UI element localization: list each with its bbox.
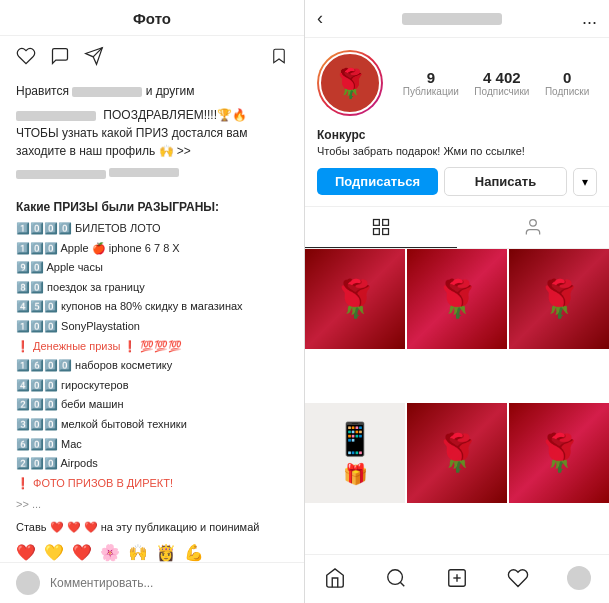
tab-tagged[interactable] (457, 207, 609, 248)
like-icon[interactable] (16, 46, 36, 66)
followers-label: Подписчики (474, 86, 529, 97)
followers-count: 4 402 (483, 69, 521, 86)
stav-line: Ставь ❤️ ❤️ ❤️ на эту публикацию и поини… (16, 519, 288, 536)
more-options-button[interactable]: ... (582, 8, 597, 29)
likes-suffix: и другим (146, 84, 195, 98)
bottom-nav (305, 554, 609, 603)
prize-item-3: 9️⃣0️⃣ Apple часы (16, 259, 288, 277)
grid-item-2[interactable]: 🌹 (407, 249, 507, 349)
svg-rect-4 (374, 229, 380, 235)
grid-item-5[interactable]: 🌹 (407, 403, 507, 503)
avatar: 🌹 (317, 50, 383, 116)
svg-rect-2 (374, 220, 380, 226)
nav-likes[interactable] (498, 563, 538, 593)
grid-item-6[interactable]: 🌹 (509, 403, 609, 503)
likes-username-blur (72, 87, 142, 97)
emoji-flower: 🌸 (100, 541, 120, 562)
stat-followers: 4 402 Подписчики (474, 69, 529, 97)
blurred-line-1 (16, 170, 106, 179)
svg-rect-5 (383, 229, 389, 235)
profile-bio: Конкурс Чтобы забрать подарок! Жми по сс… (305, 128, 609, 167)
tab-grid[interactable] (305, 207, 457, 248)
svg-point-6 (530, 220, 537, 227)
grid-item-1[interactable]: 🌹 (305, 249, 405, 349)
more-link[interactable]: >> ... (16, 496, 288, 513)
emoji-muscle: 💪 (184, 541, 204, 562)
profile-info: 🌹 9 Публикации 4 402 Подписчики 0 Подпис… (305, 38, 609, 128)
avatar-inner: 🌹 (319, 52, 381, 114)
poster-username-blur (16, 111, 96, 121)
nav-search[interactable] (376, 563, 416, 593)
emoji-heart2: ❤️ (72, 541, 92, 562)
share-icon[interactable] (84, 46, 104, 66)
prize-item-11: 3️⃣0️⃣0️⃣ мелкой бытовой техники (16, 416, 288, 434)
prize-item-5: 4️⃣5️⃣0️⃣ купонов на 80% скидку в магази… (16, 298, 288, 316)
action-icons-row (0, 36, 304, 74)
prize-item-2: 1️⃣0️⃣0️⃣ Apple 🍎 iphone 6 7 8 X (16, 240, 288, 258)
prize-item-4: 8️⃣0️⃣ поездок за границу (16, 279, 288, 297)
stat-following: 0 Подписки (545, 69, 589, 97)
prize-item-8: 1️⃣6️⃣0️⃣0️⃣ наборов косметику (16, 357, 288, 375)
nav-home[interactable] (315, 563, 355, 593)
follow-button[interactable]: Подписаться (317, 168, 438, 195)
prize-item-10: 2️⃣0️⃣0️⃣ беби машин (16, 396, 288, 414)
comment-avatar (16, 571, 40, 595)
svg-rect-3 (383, 220, 389, 226)
emoji-hands: 🙌 (128, 541, 148, 562)
svg-point-7 (388, 570, 403, 585)
left-content: Нравится и другим ПООЗДРАВЛЯЕМ!!!!🏆🔥 ЧТО… (0, 74, 304, 562)
nav-profile[interactable] (559, 563, 599, 593)
back-button[interactable]: ‹ (317, 8, 323, 29)
nav-add[interactable] (437, 563, 477, 593)
comment-bar (0, 562, 304, 603)
left-panel: Фото Нравится и други (0, 0, 305, 603)
grid-item-3[interactable]: 🌹 (509, 249, 609, 349)
comment-icon[interactable] (50, 46, 70, 66)
following-count: 0 (563, 69, 571, 86)
profile-stats: 9 Публикации 4 402 Подписчики 0 Подписки (395, 69, 597, 97)
caption-block: ПООЗДРАВЛЯЕМ!!!!🏆🔥 ЧТОБЫ узнать какой ПР… (16, 106, 288, 160)
bookmark-icon[interactable] (270, 46, 288, 66)
prize-item-1: 1️⃣0️⃣0️⃣0️⃣ БИЛЕТОВ ЛОТО (16, 220, 288, 238)
right-header: ‹ ... (305, 0, 609, 38)
caption-intro: ПООЗДРАВЛЯЕМ!!!!🏆🔥 (103, 108, 247, 122)
page-title: Фото (133, 10, 171, 27)
bio-name: Конкурс (317, 128, 597, 142)
profile-tabs (305, 206, 609, 249)
bio-text: Чтобы забрать подарок! Жми по ссылке! (317, 144, 597, 159)
dropdown-button[interactable]: ▾ (573, 168, 597, 196)
emoji-row: ❤️ 💛 ❤️ 🌸 🙌 👸 💪 (16, 541, 288, 562)
likes-line: Нравится и другим (16, 82, 288, 100)
prize-item-12: 6️⃣0️⃣0️⃣ Mac (16, 436, 288, 454)
left-header: Фото (0, 0, 304, 36)
prizes-header: Какие ПРИЗЫ были РАЗЫГРАНЫ: (16, 198, 288, 216)
grid-item-4[interactable]: 📱🎁 (305, 403, 405, 503)
prize-item-7: ❗ Денежные призы ❗ 💯💯💯 (16, 338, 288, 356)
avatar-image: 🌹 (333, 67, 368, 100)
prize-item-6: 1️⃣0️⃣0️⃣ SonyPlaystation (16, 318, 288, 336)
emoji-yellow-heart: 💛 (44, 541, 64, 562)
emoji-crown: 👸 (156, 541, 176, 562)
profile-name-blur (402, 13, 502, 25)
caption-sub: ЧТОБЫ узнать какой ПРИЗ достался вам зах… (16, 126, 247, 158)
likes-prefix: Нравится (16, 84, 69, 98)
svg-line-8 (400, 582, 404, 586)
stat-posts: 9 Публикации (403, 69, 459, 97)
message-button[interactable]: Написать (444, 167, 567, 196)
blurred-line-2 (109, 168, 179, 177)
emoji-heart: ❤️ (16, 541, 36, 562)
prize-item-13: 2️⃣0️⃣0️⃣ Airpods (16, 455, 288, 473)
prize-list: 1️⃣0️⃣0️⃣0️⃣ БИЛЕТОВ ЛОТО 1️⃣0️⃣0️⃣ Appl… (16, 220, 288, 492)
following-label: Подписки (545, 86, 589, 97)
prize-item-9: 4️⃣0️⃣0️⃣ гироскутеров (16, 377, 288, 395)
posts-count: 9 (427, 69, 435, 86)
comment-input[interactable] (50, 576, 288, 590)
profile-actions: Подписаться Написать ▾ (305, 167, 609, 206)
prize-item-14: ❗ ФОТО ПРИЗОВ В ДИРЕКТ! (16, 475, 288, 493)
posts-label: Публикации (403, 86, 459, 97)
photo-grid: 🌹 🌹 🌹 📱🎁 🌹 🌹 (305, 249, 609, 554)
right-panel: ‹ ... 🌹 9 Публикации 4 402 Подписчики 0 … (305, 0, 609, 603)
